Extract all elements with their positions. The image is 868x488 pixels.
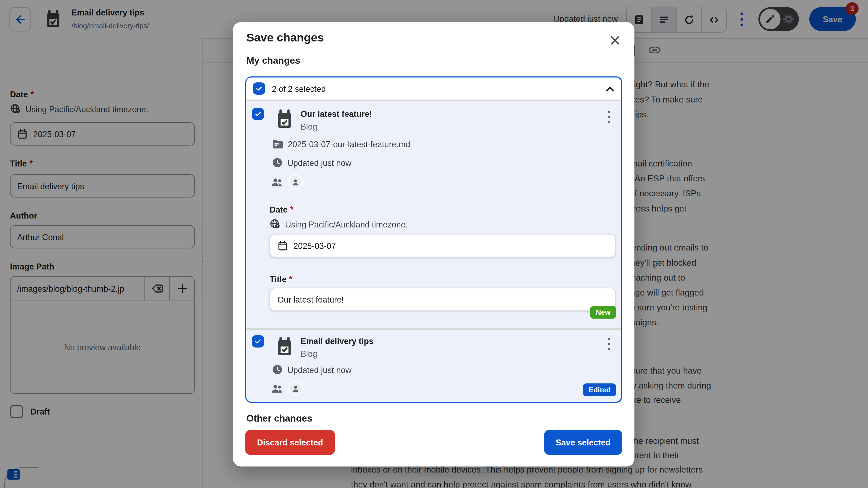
close-button[interactable] xyxy=(608,33,622,47)
item-menu-button[interactable] xyxy=(604,336,614,352)
collaborators-row xyxy=(271,381,303,395)
save-selected-button[interactable]: Save selected xyxy=(544,430,622,455)
item-checkbox[interactable] xyxy=(252,108,264,120)
updated-row: Updated just now xyxy=(272,157,351,168)
check-icon xyxy=(254,337,262,346)
clock-icon xyxy=(272,364,283,375)
collaborators-row xyxy=(271,175,303,189)
people-icon xyxy=(271,382,284,394)
chevron-up-icon[interactable] xyxy=(606,86,615,91)
file-row: 2025-03-07-our-latest-feature.md xyxy=(272,139,410,150)
updated-row: Updated just now xyxy=(272,364,351,375)
item-checkbox[interactable] xyxy=(252,335,264,348)
app-window: Email delivery tips /blog/email-delivery… xyxy=(0,0,868,488)
item-collection: Blog xyxy=(301,122,317,131)
clock-icon xyxy=(272,157,283,168)
item-menu-button[interactable] xyxy=(604,109,614,124)
avatar xyxy=(288,381,303,395)
my-changes-heading: My changes xyxy=(246,55,300,66)
updated-text: Updated just now xyxy=(287,365,351,375)
file-name: 2025-03-07-our-latest-feature.md xyxy=(288,139,410,149)
modal-title-field-label: Title * xyxy=(270,274,292,284)
modal-footer: Discard selected Save selected xyxy=(233,422,634,466)
globe-pin-icon xyxy=(270,219,281,230)
folder-icon xyxy=(272,139,283,150)
modal-date-input[interactable]: 2025-03-07 xyxy=(270,234,616,257)
close-icon xyxy=(609,34,621,46)
calendar-check-icon xyxy=(275,108,294,131)
status-badge-edited: Edited xyxy=(583,383,616,396)
item-title: Email delivery tips xyxy=(301,336,373,346)
item-title: Our latest feature! xyxy=(301,109,372,119)
item-collection: Blog xyxy=(301,349,317,359)
changes-selection-panel: 2 of 2 selected Our latest feature! Blog xyxy=(245,76,622,403)
modal-title: Save changes xyxy=(246,31,324,44)
modal-title-input[interactable]: Our latest feature! xyxy=(270,288,616,311)
modal-timezone-row: Using Pacific/Auckland timezone. xyxy=(270,219,408,230)
modal-title-value: Our latest feature! xyxy=(277,295,344,304)
updated-text: Updated just now xyxy=(287,158,351,167)
change-item-our-latest-feature: Our latest feature! Blog 2025-03-07-our-… xyxy=(246,101,621,328)
check-icon xyxy=(255,85,263,93)
modal-date-value: 2025-03-07 xyxy=(293,241,336,251)
selection-summary: 2 of 2 selected xyxy=(272,84,599,93)
change-item-email-delivery-tips: Email delivery tips Blog Updated just no… xyxy=(246,330,621,401)
status-badge-new: New xyxy=(590,306,616,319)
modal-date-field-label: Date * xyxy=(270,205,293,215)
timezone-note: Using Pacific/Auckland timezone. xyxy=(285,219,408,229)
selection-header[interactable]: 2 of 2 selected xyxy=(246,77,621,100)
people-icon xyxy=(271,176,284,188)
check-icon xyxy=(254,110,262,118)
save-changes-modal: Save changes My changes 2 of 2 selected xyxy=(233,22,634,466)
avatar xyxy=(288,175,303,189)
calendar-icon xyxy=(277,240,288,251)
select-all-checkbox[interactable] xyxy=(253,83,265,95)
discard-selected-button[interactable]: Discard selected xyxy=(245,430,335,455)
calendar-check-icon xyxy=(275,336,294,358)
